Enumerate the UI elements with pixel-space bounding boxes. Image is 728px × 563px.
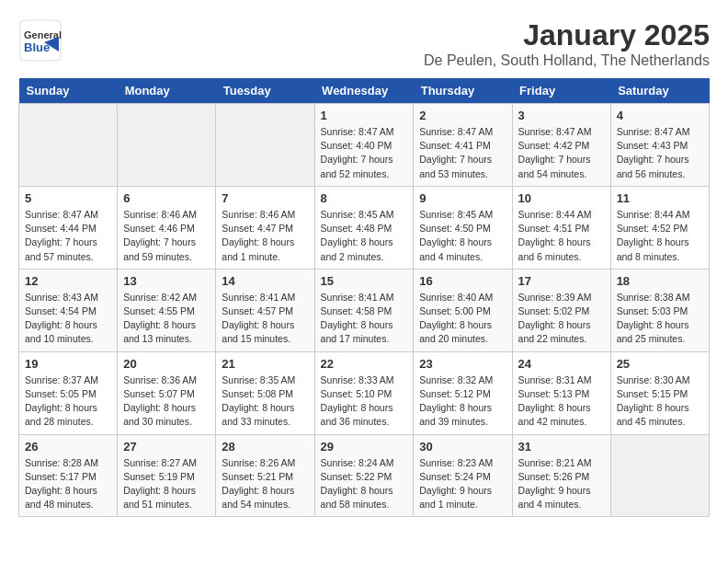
day-number: 31 xyxy=(518,440,605,454)
calendar-cell: 19Sunrise: 8:37 AM Sunset: 5:05 PM Dayli… xyxy=(19,351,118,434)
day-number: 30 xyxy=(419,440,506,454)
calendar-cell: 1Sunrise: 8:47 AM Sunset: 4:40 PM Daylig… xyxy=(314,104,414,187)
header-wednesday: Wednesday xyxy=(314,78,414,104)
day-info: Sunrise: 8:39 AM Sunset: 5:02 PM Dayligh… xyxy=(518,291,605,347)
calendar-table: Sunday Monday Tuesday Wednesday Thursday… xyxy=(18,78,710,517)
day-info: Sunrise: 8:35 AM Sunset: 5:08 PM Dayligh… xyxy=(222,373,308,430)
day-number: 18 xyxy=(617,274,703,288)
logo: General Blue xyxy=(18,18,63,63)
calendar-subtitle: De Peulen, South Holland, The Netherland… xyxy=(424,52,710,69)
day-number: 20 xyxy=(123,357,210,371)
calendar-cell: 29Sunrise: 8:24 AM Sunset: 5:22 PM Dayli… xyxy=(314,434,414,517)
calendar-cell xyxy=(19,104,118,187)
day-info: Sunrise: 8:33 AM Sunset: 5:10 PM Dayligh… xyxy=(321,373,408,430)
day-info: Sunrise: 8:47 AM Sunset: 4:43 PM Dayligh… xyxy=(617,125,703,181)
day-number: 17 xyxy=(518,274,605,288)
day-number: 12 xyxy=(25,274,111,288)
day-info: Sunrise: 8:37 AM Sunset: 5:05 PM Dayligh… xyxy=(25,373,111,430)
day-number: 6 xyxy=(123,191,210,205)
day-info: Sunrise: 8:46 AM Sunset: 4:46 PM Dayligh… xyxy=(123,208,210,264)
day-info: Sunrise: 8:47 AM Sunset: 4:40 PM Dayligh… xyxy=(321,125,408,181)
day-number: 10 xyxy=(518,191,605,205)
calendar-cell: 16Sunrise: 8:40 AM Sunset: 5:00 PM Dayli… xyxy=(414,269,512,351)
day-number: 19 xyxy=(25,357,111,371)
header-sunday: Sunday xyxy=(19,78,118,104)
day-number: 28 xyxy=(222,440,308,454)
day-info: Sunrise: 8:44 AM Sunset: 4:52 PM Dayligh… xyxy=(617,208,703,264)
calendar-cell xyxy=(118,104,216,187)
calendar-cell: 28Sunrise: 8:26 AM Sunset: 5:21 PM Dayli… xyxy=(216,434,314,517)
day-info: Sunrise: 8:38 AM Sunset: 5:03 PM Dayligh… xyxy=(617,291,703,347)
calendar-cell: 3Sunrise: 8:47 AM Sunset: 4:42 PM Daylig… xyxy=(512,104,610,187)
day-number: 7 xyxy=(222,191,308,205)
day-number: 29 xyxy=(321,440,408,454)
days-header-row: Sunday Monday Tuesday Wednesday Thursday… xyxy=(19,78,710,104)
week-row-0: 1Sunrise: 8:47 AM Sunset: 4:40 PM Daylig… xyxy=(19,104,710,187)
day-info: Sunrise: 8:30 AM Sunset: 5:15 PM Dayligh… xyxy=(617,373,703,430)
calendar-cell: 15Sunrise: 8:41 AM Sunset: 4:58 PM Dayli… xyxy=(314,269,414,351)
calendar-cell: 8Sunrise: 8:45 AM Sunset: 4:48 PM Daylig… xyxy=(314,186,414,269)
day-number: 22 xyxy=(321,357,408,371)
day-number: 2 xyxy=(419,109,506,122)
day-info: Sunrise: 8:46 AM Sunset: 4:47 PM Dayligh… xyxy=(222,208,308,264)
day-info: Sunrise: 8:45 AM Sunset: 4:50 PM Dayligh… xyxy=(419,208,506,264)
calendar-cell: 7Sunrise: 8:46 AM Sunset: 4:47 PM Daylig… xyxy=(216,186,314,269)
day-info: Sunrise: 8:43 AM Sunset: 4:54 PM Dayligh… xyxy=(25,291,111,347)
header-tuesday: Tuesday xyxy=(216,78,314,104)
calendar-cell: 10Sunrise: 8:44 AM Sunset: 4:51 PM Dayli… xyxy=(512,186,610,269)
day-info: Sunrise: 8:27 AM Sunset: 5:19 PM Dayligh… xyxy=(123,456,210,512)
calendar-cell: 14Sunrise: 8:41 AM Sunset: 4:57 PM Dayli… xyxy=(216,269,314,351)
header-monday: Monday xyxy=(118,78,216,104)
day-info: Sunrise: 8:47 AM Sunset: 4:41 PM Dayligh… xyxy=(419,125,506,181)
day-info: Sunrise: 8:47 AM Sunset: 4:44 PM Dayligh… xyxy=(25,208,111,264)
calendar-cell: 23Sunrise: 8:32 AM Sunset: 5:12 PM Dayli… xyxy=(414,351,512,434)
calendar-cell: 6Sunrise: 8:46 AM Sunset: 4:46 PM Daylig… xyxy=(118,186,216,269)
day-number: 25 xyxy=(617,357,703,371)
calendar-cell: 5Sunrise: 8:47 AM Sunset: 4:44 PM Daylig… xyxy=(19,186,118,269)
calendar-cell: 17Sunrise: 8:39 AM Sunset: 5:02 PM Dayli… xyxy=(512,269,610,351)
day-info: Sunrise: 8:44 AM Sunset: 4:51 PM Dayligh… xyxy=(518,208,605,264)
calendar-cell: 20Sunrise: 8:36 AM Sunset: 5:07 PM Dayli… xyxy=(118,351,216,434)
calendar-cell: 22Sunrise: 8:33 AM Sunset: 5:10 PM Dayli… xyxy=(314,351,414,434)
calendar-title: January 2025 xyxy=(424,18,710,52)
day-info: Sunrise: 8:47 AM Sunset: 4:42 PM Dayligh… xyxy=(518,125,605,181)
day-info: Sunrise: 8:42 AM Sunset: 4:55 PM Dayligh… xyxy=(123,291,210,347)
day-info: Sunrise: 8:41 AM Sunset: 4:58 PM Dayligh… xyxy=(321,291,408,347)
calendar-cell: 26Sunrise: 8:28 AM Sunset: 5:17 PM Dayli… xyxy=(19,434,118,517)
week-row-3: 19Sunrise: 8:37 AM Sunset: 5:05 PM Dayli… xyxy=(19,351,710,434)
day-info: Sunrise: 8:28 AM Sunset: 5:17 PM Dayligh… xyxy=(25,456,111,512)
day-number: 1 xyxy=(321,109,408,122)
day-number: 15 xyxy=(321,274,408,288)
week-row-1: 5Sunrise: 8:47 AM Sunset: 4:44 PM Daylig… xyxy=(19,186,710,269)
day-info: Sunrise: 8:45 AM Sunset: 4:48 PM Dayligh… xyxy=(321,208,408,264)
day-number: 23 xyxy=(419,357,506,371)
calendar-cell: 11Sunrise: 8:44 AM Sunset: 4:52 PM Dayli… xyxy=(610,186,709,269)
calendar-cell xyxy=(610,434,709,517)
day-number: 5 xyxy=(25,191,111,205)
day-number: 13 xyxy=(123,274,210,288)
day-info: Sunrise: 8:40 AM Sunset: 5:00 PM Dayligh… xyxy=(419,291,506,347)
calendar-cell: 2Sunrise: 8:47 AM Sunset: 4:41 PM Daylig… xyxy=(414,104,512,187)
day-number: 9 xyxy=(419,191,506,205)
calendar-cell: 13Sunrise: 8:42 AM Sunset: 4:55 PM Dayli… xyxy=(118,269,216,351)
header: General Blue January 2025 De Peulen, Sou… xyxy=(18,18,710,69)
calendar-cell: 21Sunrise: 8:35 AM Sunset: 5:08 PM Dayli… xyxy=(216,351,314,434)
calendar-cell: 25Sunrise: 8:30 AM Sunset: 5:15 PM Dayli… xyxy=(610,351,709,434)
week-row-2: 12Sunrise: 8:43 AM Sunset: 4:54 PM Dayli… xyxy=(19,269,710,351)
day-number: 24 xyxy=(518,357,605,371)
calendar-cell: 18Sunrise: 8:38 AM Sunset: 5:03 PM Dayli… xyxy=(610,269,709,351)
day-number: 16 xyxy=(419,274,506,288)
calendar-cell: 12Sunrise: 8:43 AM Sunset: 4:54 PM Dayli… xyxy=(19,269,118,351)
day-info: Sunrise: 8:24 AM Sunset: 5:22 PM Dayligh… xyxy=(321,456,408,512)
svg-text:Blue: Blue xyxy=(24,40,50,54)
day-info: Sunrise: 8:21 AM Sunset: 5:26 PM Dayligh… xyxy=(518,456,605,512)
calendar-cell: 31Sunrise: 8:21 AM Sunset: 5:26 PM Dayli… xyxy=(512,434,610,517)
day-number: 4 xyxy=(617,109,703,122)
day-info: Sunrise: 8:31 AM Sunset: 5:13 PM Dayligh… xyxy=(518,373,605,430)
header-saturday: Saturday xyxy=(610,78,709,104)
day-info: Sunrise: 8:41 AM Sunset: 4:57 PM Dayligh… xyxy=(222,291,308,347)
day-number: 3 xyxy=(518,109,605,122)
calendar-cell: 30Sunrise: 8:23 AM Sunset: 5:24 PM Dayli… xyxy=(414,434,512,517)
day-info: Sunrise: 8:36 AM Sunset: 5:07 PM Dayligh… xyxy=(123,373,210,430)
calendar-cell: 9Sunrise: 8:45 AM Sunset: 4:50 PM Daylig… xyxy=(414,186,512,269)
